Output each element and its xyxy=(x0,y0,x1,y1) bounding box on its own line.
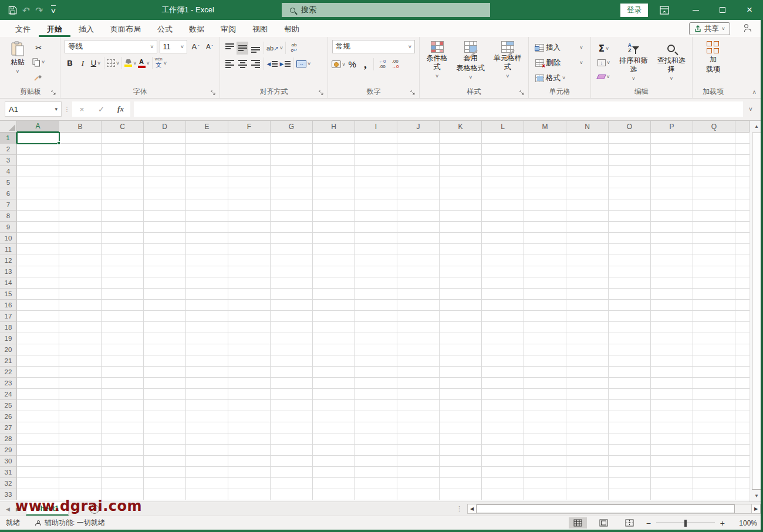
cell-N3[interactable] xyxy=(566,155,609,166)
cut-button[interactable]: ✂ xyxy=(32,41,45,54)
cell-N19[interactable] xyxy=(566,333,609,344)
cell-C23[interactable] xyxy=(102,378,144,389)
cell-C21[interactable] xyxy=(102,355,144,367)
cell-P21[interactable] xyxy=(651,355,693,367)
cell-M7[interactable] xyxy=(524,199,566,211)
cell-P4[interactable] xyxy=(651,166,693,177)
cell-H32[interactable] xyxy=(313,478,355,489)
cell-C5[interactable] xyxy=(102,177,144,188)
cell-J25[interactable] xyxy=(397,400,440,411)
cell-M20[interactable] xyxy=(524,344,566,355)
cell-P3[interactable] xyxy=(651,155,693,166)
cell-J4[interactable] xyxy=(397,166,440,177)
maximize-button[interactable] xyxy=(709,0,736,20)
cell-K31[interactable] xyxy=(440,467,482,478)
wrap-text-button[interactable]: abc↩ xyxy=(288,42,300,55)
cell-C16[interactable] xyxy=(102,300,144,311)
cell-E4[interactable] xyxy=(186,166,228,177)
cell-I9[interactable] xyxy=(355,222,397,233)
row-header-28[interactable]: 28 xyxy=(0,433,17,445)
cell-C28[interactable] xyxy=(102,433,144,445)
cell-B29[interactable] xyxy=(59,445,102,456)
cell-N22[interactable] xyxy=(566,367,609,378)
ribbon-tab-插入[interactable]: 插入 xyxy=(70,20,102,37)
cell-K20[interactable] xyxy=(440,344,482,355)
cell-G6[interactable] xyxy=(271,188,313,199)
cell-O23[interactable] xyxy=(609,378,651,389)
cell-C13[interactable] xyxy=(102,266,144,277)
cell-I1[interactable] xyxy=(355,133,397,144)
cell-Q29[interactable] xyxy=(693,445,735,456)
cell-H33[interactable] xyxy=(313,489,355,500)
cell-I15[interactable] xyxy=(355,289,397,300)
row-header-29[interactable]: 29 xyxy=(0,445,17,456)
cell-M31[interactable] xyxy=(524,467,566,478)
row-header-30[interactable]: 30 xyxy=(0,456,17,467)
cell-M5[interactable] xyxy=(524,177,566,188)
cell-P26[interactable] xyxy=(651,411,693,422)
cell-L18[interactable] xyxy=(482,322,524,333)
cell-L13[interactable] xyxy=(482,266,524,277)
cell-K27[interactable] xyxy=(440,422,482,433)
comma-style-button[interactable]: , xyxy=(359,58,371,71)
cell-N9[interactable] xyxy=(566,222,609,233)
cell-I20[interactable] xyxy=(355,344,397,355)
cell-J23[interactable] xyxy=(397,378,440,389)
cell-Q30[interactable] xyxy=(693,456,735,467)
cell-D27[interactable] xyxy=(144,422,186,433)
cell-J12[interactable] xyxy=(397,255,440,266)
cell-J28[interactable] xyxy=(397,433,440,445)
cell-L29[interactable] xyxy=(482,445,524,456)
cell-L24[interactable] xyxy=(482,389,524,400)
cell-F8[interactable] xyxy=(228,211,271,222)
cell-I14[interactable] xyxy=(355,277,397,289)
sheet-nav-left-icon[interactable]: ◀ xyxy=(6,506,10,512)
cell-M9[interactable] xyxy=(524,222,566,233)
cell-I28[interactable] xyxy=(355,433,397,445)
cell-Q31[interactable] xyxy=(693,467,735,478)
cell-B21[interactable] xyxy=(59,355,102,367)
cell-F5[interactable] xyxy=(228,177,271,188)
column-header-L[interactable]: L xyxy=(482,121,524,133)
cell-J16[interactable] xyxy=(397,300,440,311)
zoom-in-button[interactable]: + xyxy=(720,519,725,528)
cell-I12[interactable] xyxy=(355,255,397,266)
decrease-indent-button[interactable]: ◀ xyxy=(266,57,278,70)
cell-J11[interactable] xyxy=(397,244,440,255)
cell-G15[interactable] xyxy=(271,289,313,300)
clipboard-dialog-launcher[interactable] xyxy=(51,90,56,96)
cell-P13[interactable] xyxy=(651,266,693,277)
cell-C6[interactable] xyxy=(102,188,144,199)
cell-G22[interactable] xyxy=(271,367,313,378)
italic-button[interactable]: I xyxy=(77,57,89,70)
cell-F30[interactable] xyxy=(228,456,271,467)
increase-decimal-button[interactable]: ←0.00 xyxy=(376,58,388,71)
cell-A22[interactable] xyxy=(17,367,59,378)
cell-G33[interactable] xyxy=(271,489,313,500)
cell-P9[interactable] xyxy=(651,222,693,233)
cell-C15[interactable] xyxy=(102,289,144,300)
cell-N8[interactable] xyxy=(566,211,609,222)
cell-P32[interactable] xyxy=(651,478,693,489)
cell-L33[interactable] xyxy=(482,489,524,500)
cell-M18[interactable] xyxy=(524,322,566,333)
cell-F13[interactable] xyxy=(228,266,271,277)
cell-F11[interactable] xyxy=(228,244,271,255)
cell-H18[interactable] xyxy=(313,322,355,333)
cell-B24[interactable] xyxy=(59,389,102,400)
cell-E33[interactable] xyxy=(186,489,228,500)
format-as-table-button[interactable]: 套用 表格格式 ˅ xyxy=(453,39,488,87)
bold-button[interactable]: B xyxy=(64,57,76,70)
cell-J13[interactable] xyxy=(397,266,440,277)
cell-K10[interactable] xyxy=(440,233,482,244)
cell-P25[interactable] xyxy=(651,400,693,411)
cell-O18[interactable] xyxy=(609,322,651,333)
cell-L27[interactable] xyxy=(482,422,524,433)
cell-O28[interactable] xyxy=(609,433,651,445)
cell-H10[interactable] xyxy=(313,233,355,244)
cell-H30[interactable] xyxy=(313,456,355,467)
cell-I2[interactable] xyxy=(355,144,397,155)
cell-L22[interactable] xyxy=(482,367,524,378)
cell-P18[interactable] xyxy=(651,322,693,333)
cell-A28[interactable] xyxy=(17,433,59,445)
